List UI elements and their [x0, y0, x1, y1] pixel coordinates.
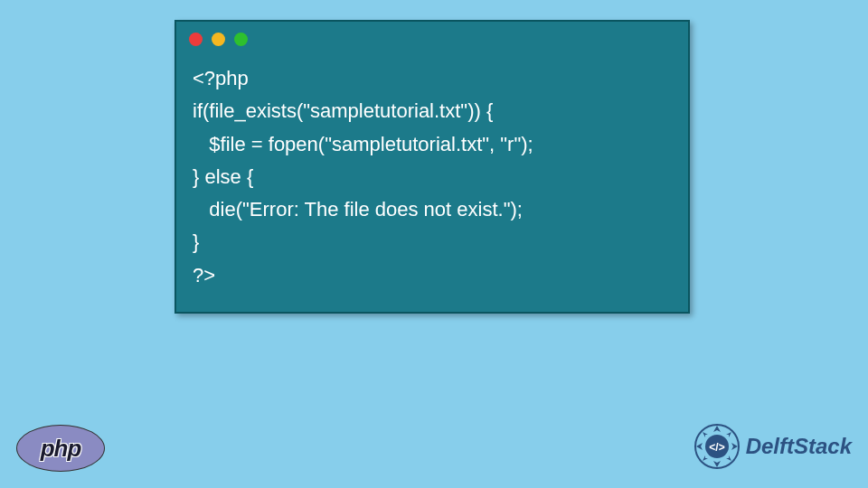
php-logo-text: php: [41, 435, 81, 463]
php-logo: php: [16, 425, 105, 472]
code-line: $file = fopen("sampletutorial.txt", "r")…: [193, 133, 533, 155]
code-line: }: [193, 230, 199, 253]
minimize-icon: [212, 33, 225, 46]
code-line: <?php: [193, 67, 249, 89]
code-line: } else {: [193, 165, 253, 188]
window-titlebar: [176, 22, 688, 53]
code-content: <?php if(file_exists("sampletutorial.txt…: [176, 53, 688, 312]
code-window: <?php if(file_exists("sampletutorial.txt…: [175, 20, 690, 314]
code-line: die("Error: The file does not exist.");: [193, 198, 523, 221]
close-icon: [189, 33, 203, 46]
delftstack-logo: </> DelftStack: [693, 423, 852, 470]
delftstack-logo-text: DelftStack: [746, 434, 852, 459]
code-line: if(file_exists("sampletutorial.txt")) {: [193, 99, 493, 122]
svg-text:</>: </>: [709, 441, 724, 454]
maximize-icon: [234, 33, 248, 46]
code-line: ?>: [193, 264, 215, 286]
delftstack-icon: </>: [693, 423, 741, 470]
